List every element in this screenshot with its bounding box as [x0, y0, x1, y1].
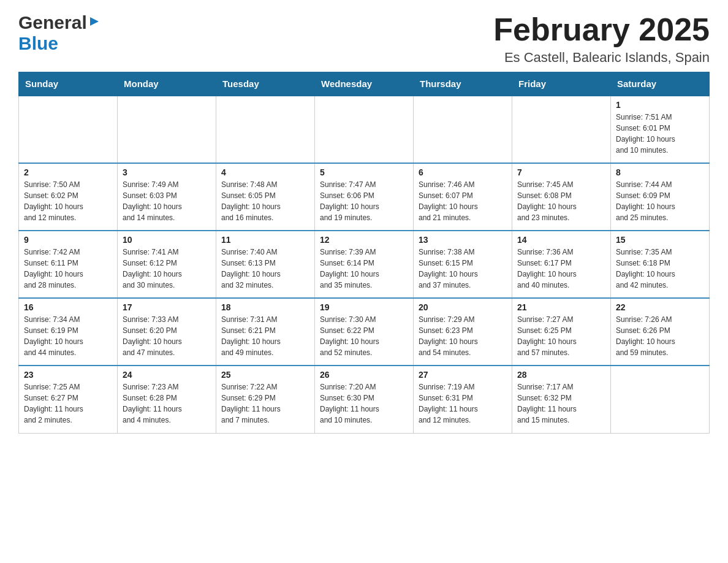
- calendar-cell: 3Sunrise: 7:49 AM Sunset: 6:03 PM Daylig…: [118, 163, 216, 231]
- day-number: 26: [320, 370, 408, 380]
- day-info: Sunrise: 7:36 AM Sunset: 6:17 PM Dayligh…: [517, 248, 577, 289]
- day-info: Sunrise: 7:51 AM Sunset: 6:01 PM Dayligh…: [616, 113, 675, 155]
- calendar-cell: 5Sunrise: 7:47 AM Sunset: 6:06 PM Daylig…: [315, 163, 414, 231]
- day-info: Sunrise: 7:19 AM Sunset: 6:31 PM Dayligh…: [419, 383, 478, 424]
- day-info: Sunrise: 7:17 AM Sunset: 6:32 PM Dayligh…: [517, 383, 577, 424]
- day-number: 19: [320, 302, 408, 312]
- day-number: 13: [419, 235, 507, 245]
- calendar-cell: [19, 96, 118, 163]
- day-number: 23: [24, 370, 112, 380]
- calendar-cell: 13Sunrise: 7:38 AM Sunset: 6:15 PM Dayli…: [414, 231, 512, 298]
- day-info: Sunrise: 7:47 AM Sunset: 6:06 PM Dayligh…: [320, 180, 379, 222]
- calendar-cell: 6Sunrise: 7:46 AM Sunset: 6:07 PM Daylig…: [414, 163, 512, 231]
- day-info: Sunrise: 7:50 AM Sunset: 6:02 PM Dayligh…: [24, 180, 83, 222]
- calendar-title: February 2025: [493, 12, 710, 47]
- day-info: Sunrise: 7:27 AM Sunset: 6:25 PM Dayligh…: [517, 315, 577, 357]
- calendar-week-1: 2Sunrise: 7:50 AM Sunset: 6:02 PM Daylig…: [19, 163, 710, 231]
- calendar-cell: 23Sunrise: 7:25 AM Sunset: 6:27 PM Dayli…: [19, 366, 118, 433]
- calendar-cell: [512, 96, 611, 163]
- day-number: 17: [123, 302, 211, 312]
- day-number: 4: [221, 167, 309, 177]
- day-number: 8: [616, 167, 704, 177]
- day-number: 21: [517, 302, 605, 312]
- calendar-cell: 15Sunrise: 7:35 AM Sunset: 6:18 PM Dayli…: [611, 231, 710, 298]
- day-number: 14: [517, 235, 605, 245]
- logo: General Blue: [18, 12, 100, 54]
- day-number: 3: [123, 167, 211, 177]
- day-info: Sunrise: 7:33 AM Sunset: 6:20 PM Dayligh…: [123, 315, 182, 357]
- header-tuesday: Tuesday: [216, 72, 315, 96]
- day-info: Sunrise: 7:46 AM Sunset: 6:07 PM Dayligh…: [419, 180, 478, 222]
- day-number: 10: [123, 235, 211, 245]
- day-info: Sunrise: 7:48 AM Sunset: 6:05 PM Dayligh…: [221, 180, 281, 222]
- calendar-cell: [414, 96, 512, 163]
- calendar-week-4: 23Sunrise: 7:25 AM Sunset: 6:27 PM Dayli…: [19, 366, 710, 433]
- day-info: Sunrise: 7:38 AM Sunset: 6:15 PM Dayligh…: [419, 248, 478, 289]
- calendar-cell: 26Sunrise: 7:20 AM Sunset: 6:30 PM Dayli…: [315, 366, 414, 433]
- calendar-cell: 19Sunrise: 7:30 AM Sunset: 6:22 PM Dayli…: [315, 298, 414, 366]
- header-monday: Monday: [118, 72, 216, 96]
- header-sunday: Sunday: [19, 72, 118, 96]
- day-info: Sunrise: 7:30 AM Sunset: 6:22 PM Dayligh…: [320, 315, 379, 357]
- day-info: Sunrise: 7:42 AM Sunset: 6:11 PM Dayligh…: [24, 248, 83, 289]
- calendar-cell: 17Sunrise: 7:33 AM Sunset: 6:20 PM Dayli…: [118, 298, 216, 366]
- day-info: Sunrise: 7:23 AM Sunset: 6:28 PM Dayligh…: [123, 383, 182, 424]
- header-thursday: Thursday: [414, 72, 512, 96]
- day-number: 5: [320, 167, 408, 177]
- calendar-cell: 11Sunrise: 7:40 AM Sunset: 6:13 PM Dayli…: [216, 231, 315, 298]
- calendar-cell: [315, 96, 414, 163]
- title-block: February 2025 Es Castell, Balearic Islan…: [493, 12, 710, 66]
- logo-triangle-icon: [89, 16, 100, 29]
- day-number: 7: [517, 167, 605, 177]
- day-number: 2: [24, 167, 112, 177]
- header-friday: Friday: [512, 72, 611, 96]
- day-number: 16: [24, 302, 112, 312]
- day-info: Sunrise: 7:45 AM Sunset: 6:08 PM Dayligh…: [517, 180, 577, 222]
- day-number: 6: [419, 167, 507, 177]
- header-saturday: Saturday: [611, 72, 710, 96]
- day-number: 24: [123, 370, 211, 380]
- calendar-cell: 21Sunrise: 7:27 AM Sunset: 6:25 PM Dayli…: [512, 298, 611, 366]
- calendar-week-3: 16Sunrise: 7:34 AM Sunset: 6:19 PM Dayli…: [19, 298, 710, 366]
- day-number: 18: [221, 302, 309, 312]
- calendar-cell: 25Sunrise: 7:22 AM Sunset: 6:29 PM Dayli…: [216, 366, 315, 433]
- calendar-table: SundayMondayTuesdayWednesdayThursdayFrid…: [18, 72, 710, 434]
- calendar-cell: [216, 96, 315, 163]
- logo-general-text: General: [18, 12, 87, 33]
- calendar-cell: 14Sunrise: 7:36 AM Sunset: 6:17 PM Dayli…: [512, 231, 611, 298]
- page-header: General Blue February 2025 Es Castell, B…: [18, 12, 710, 66]
- day-info: Sunrise: 7:20 AM Sunset: 6:30 PM Dayligh…: [320, 383, 379, 424]
- day-number: 25: [221, 370, 309, 380]
- calendar-cell: 7Sunrise: 7:45 AM Sunset: 6:08 PM Daylig…: [512, 163, 611, 231]
- day-info: Sunrise: 7:44 AM Sunset: 6:09 PM Dayligh…: [616, 180, 675, 222]
- calendar-cell: 8Sunrise: 7:44 AM Sunset: 6:09 PM Daylig…: [611, 163, 710, 231]
- calendar-cell: [611, 366, 710, 433]
- day-info: Sunrise: 7:41 AM Sunset: 6:12 PM Dayligh…: [123, 248, 182, 289]
- day-info: Sunrise: 7:22 AM Sunset: 6:29 PM Dayligh…: [221, 383, 281, 424]
- calendar-cell: 18Sunrise: 7:31 AM Sunset: 6:21 PM Dayli…: [216, 298, 315, 366]
- day-info: Sunrise: 7:49 AM Sunset: 6:03 PM Dayligh…: [123, 180, 182, 222]
- svg-marker-0: [90, 17, 99, 26]
- calendar-cell: 24Sunrise: 7:23 AM Sunset: 6:28 PM Dayli…: [118, 366, 216, 433]
- day-info: Sunrise: 7:29 AM Sunset: 6:23 PM Dayligh…: [419, 315, 478, 357]
- calendar-cell: 1Sunrise: 7:51 AM Sunset: 6:01 PM Daylig…: [611, 96, 710, 163]
- calendar-cell: 12Sunrise: 7:39 AM Sunset: 6:14 PM Dayli…: [315, 231, 414, 298]
- calendar-cell: 9Sunrise: 7:42 AM Sunset: 6:11 PM Daylig…: [19, 231, 118, 298]
- day-info: Sunrise: 7:40 AM Sunset: 6:13 PM Dayligh…: [221, 248, 281, 289]
- calendar-subtitle: Es Castell, Balearic Islands, Spain: [493, 50, 710, 66]
- calendar-cell: 20Sunrise: 7:29 AM Sunset: 6:23 PM Dayli…: [414, 298, 512, 366]
- day-number: 9: [24, 235, 112, 245]
- day-info: Sunrise: 7:26 AM Sunset: 6:26 PM Dayligh…: [616, 315, 675, 357]
- day-info: Sunrise: 7:31 AM Sunset: 6:21 PM Dayligh…: [221, 315, 281, 357]
- day-number: 20: [419, 302, 507, 312]
- calendar-cell: 22Sunrise: 7:26 AM Sunset: 6:26 PM Dayli…: [611, 298, 710, 366]
- day-number: 12: [320, 235, 408, 245]
- day-info: Sunrise: 7:25 AM Sunset: 6:27 PM Dayligh…: [24, 383, 83, 424]
- day-info: Sunrise: 7:35 AM Sunset: 6:18 PM Dayligh…: [616, 248, 675, 289]
- day-number: 15: [616, 235, 704, 245]
- calendar-cell: 2Sunrise: 7:50 AM Sunset: 6:02 PM Daylig…: [19, 163, 118, 231]
- calendar-cell: [118, 96, 216, 163]
- logo-blue-text: Blue: [18, 33, 58, 54]
- calendar-cell: 10Sunrise: 7:41 AM Sunset: 6:12 PM Dayli…: [118, 231, 216, 298]
- day-number: 28: [517, 370, 605, 380]
